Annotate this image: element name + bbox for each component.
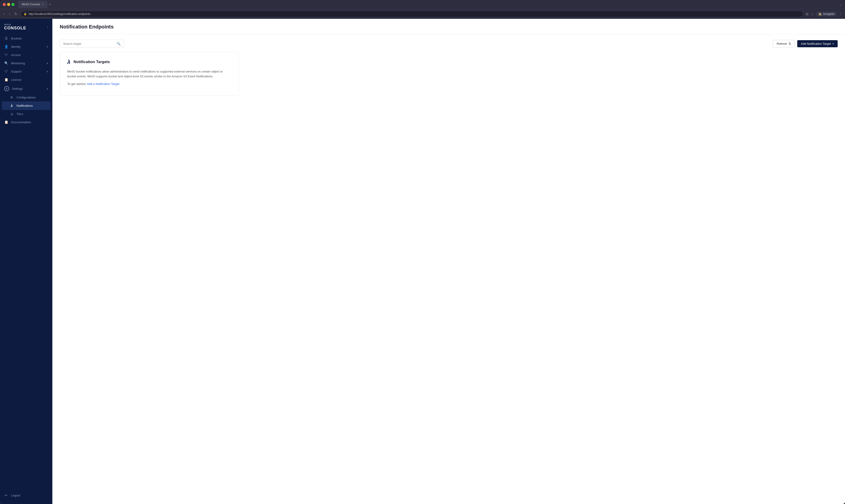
- add-notification-target-button[interactable]: Add Notification Target +: [797, 40, 838, 47]
- notifications-icon: λ: [10, 104, 14, 108]
- maximize-button[interactable]: [12, 3, 15, 6]
- add-label: Add Notification Target: [801, 42, 831, 46]
- new-tab-button[interactable]: +: [49, 2, 51, 6]
- sidebar-header: MINIO CONSOLE ‹: [0, 19, 52, 34]
- sidebar-item-configurations[interactable]: ⚙ Configurations: [0, 93, 52, 102]
- chevron-up-icon-monitoring: ∧: [47, 62, 48, 65]
- documentation-icon: 📋: [4, 120, 8, 124]
- sidebar-item-label-monitoring: Monitoring: [11, 61, 25, 65]
- tiers-icon: ◎: [10, 112, 14, 116]
- sidebar-item-label-buckets: Buckets: [11, 37, 22, 40]
- sidebar-item-buckets[interactable]: ☰ Buckets: [0, 34, 52, 42]
- browser-titlebar: MinIO Console ✕ + ⌄: [0, 0, 845, 9]
- info-card-header: λ Notification Targets: [67, 59, 231, 65]
- configurations-icon: ⚙: [10, 96, 14, 99]
- chevron-up-icon-support: ∧: [47, 70, 48, 73]
- access-icon: 🛡: [4, 53, 8, 57]
- action-buttons: Refresh ⇅ Add Notification Target +: [773, 40, 838, 48]
- collapse-sidebar-button[interactable]: ‹: [47, 25, 48, 29]
- chevron-up-icon: ∧: [47, 45, 48, 48]
- window-controls: ⌄: [840, 2, 842, 6]
- traffic-lights: [3, 3, 15, 6]
- browser-window: MinIO Console ✕ + ⌄ ‹ › ↻ 🔒 http://local…: [0, 0, 845, 504]
- grid-icon[interactable]: ⊞: [806, 12, 809, 16]
- refresh-icon: ⇅: [789, 42, 791, 46]
- info-prefix: To get started,: [67, 82, 86, 86]
- sidebar-item-identity[interactable]: 👤 Identity ∧: [0, 42, 52, 51]
- info-card-text-1: MinIO bucket notifications allow adminis…: [67, 69, 231, 79]
- page-header: Notification Endpoints: [52, 19, 845, 34]
- license-icon: 📋: [4, 78, 8, 82]
- minimize-button[interactable]: [7, 3, 10, 6]
- notification-targets-card: λ Notification Targets MinIO bucket noti…: [60, 52, 239, 96]
- sidebar-item-monitoring[interactable]: 🔍 Monitoring ∧: [0, 59, 52, 67]
- logo-console: CONSOLE: [4, 26, 26, 31]
- back-button[interactable]: ‹: [3, 11, 6, 17]
- page-title: Notification Endpoints: [60, 24, 838, 30]
- plus-icon: +: [832, 42, 834, 46]
- sidebar-item-label-support: Support: [11, 70, 22, 73]
- toolbar-row: 🔍 Refresh ⇅ Add Notification Target +: [60, 40, 838, 48]
- info-card-body: MinIO bucket notifications allow adminis…: [67, 69, 231, 86]
- sidebar-item-label-tiers: Tiers: [17, 112, 23, 116]
- lambda-icon: λ: [67, 59, 70, 65]
- sidebar-item-support[interactable]: 🛡 Support ∧: [0, 67, 52, 75]
- content-area: 🔍 Refresh ⇅ Add Notification Target +: [52, 34, 845, 504]
- search-icon: 🔍: [117, 42, 121, 46]
- info-card-text-2: To get started, Add a Notification Targe…: [67, 82, 231, 87]
- info-suffix: .: [119, 82, 120, 86]
- logo: MINIO CONSOLE: [4, 23, 26, 31]
- toolbar-right: ⊞ ☆ 🕵 Incognito ⋮: [806, 12, 842, 16]
- sidebar-item-access[interactable]: 🛡 Access: [0, 51, 52, 59]
- sidebar-nav: ☰ Buckets 👤 Identity ∧ 🛡 Access 🔍 Mo: [0, 34, 52, 263]
- refresh-button[interactable]: Refresh ⇅: [773, 40, 795, 48]
- sidebar-item-label-identity: Identity: [11, 45, 21, 49]
- sidebar-item-label-configurations: Configurations: [17, 96, 36, 99]
- sidebar-item-notifications[interactable]: λ Notifications: [2, 102, 51, 110]
- buckets-icon: ☰: [4, 36, 8, 40]
- search-input[interactable]: [63, 42, 115, 46]
- sidebar-item-label-logout: Logout: [11, 494, 20, 497]
- main-content: Notification Endpoints 🔍 Refresh ⇅ A: [52, 19, 845, 504]
- monitoring-icon: 🔍: [4, 61, 8, 65]
- browser-toolbar: ‹ › ↻ 🔒 http://localhost:9001/settings/n…: [0, 9, 845, 19]
- url-display: http://localhost:9001/settings/notificat…: [29, 12, 801, 16]
- lock-icon: 🔒: [24, 12, 27, 15]
- menu-icon[interactable]: ⋮: [839, 12, 842, 16]
- forward-button[interactable]: ›: [8, 11, 11, 17]
- sidebar-item-label-settings: Settings: [12, 87, 23, 90]
- sidebar: MINIO CONSOLE ‹ ☰ Buckets 👤 Identity ∧: [0, 19, 52, 504]
- sidebar-item-tiers[interactable]: ◎ Tiers: [0, 110, 52, 118]
- sidebar-item-documentation[interactable]: 📋 Documentation: [0, 118, 52, 126]
- support-icon: 🛡: [4, 70, 8, 73]
- info-card-title: Notification Targets: [73, 60, 110, 64]
- browser-tabs: MinIO Console ✕ +: [18, 1, 838, 8]
- sidebar-item-logout[interactable]: ↩ Logout: [0, 491, 52, 499]
- settings-icon: ⚙: [4, 86, 9, 91]
- tab-close-button[interactable]: ✕: [42, 3, 44, 6]
- sidebar-item-label-access: Access: [11, 53, 21, 57]
- sidebar-item-label-notifications: Notifications: [17, 104, 33, 107]
- active-tab[interactable]: MinIO Console ✕: [18, 1, 48, 8]
- logo-mini: MINIO: [4, 23, 26, 26]
- add-notification-target-link[interactable]: Add a Notification Target: [87, 82, 119, 86]
- incognito-icon: 🕵: [818, 12, 822, 16]
- app-container: MINIO CONSOLE ‹ ☰ Buckets 👤 Identity ∧: [0, 19, 845, 504]
- logout-icon: ↩: [4, 493, 8, 497]
- sidebar-item-license[interactable]: 📋 License: [0, 75, 52, 84]
- close-button[interactable]: [3, 3, 6, 6]
- sidebar-item-label-license: License: [11, 78, 21, 82]
- tab-title: MinIO Console: [22, 3, 40, 6]
- address-bar[interactable]: 🔒 http://localhost:9001/settings/notific…: [21, 11, 804, 17]
- sidebar-item-label-documentation: Documentation: [11, 121, 31, 124]
- refresh-label: Refresh: [777, 42, 787, 46]
- sidebar-item-settings[interactable]: ⚙ Settings ∧: [0, 84, 52, 93]
- incognito-label: Incognito: [823, 12, 834, 16]
- chevron-up-icon-settings: ∧: [47, 87, 48, 90]
- incognito-badge: 🕵 Incognito: [816, 12, 837, 16]
- search-box[interactable]: 🔍: [60, 40, 124, 48]
- identity-icon: 👤: [4, 45, 8, 49]
- reload-button[interactable]: ↻: [14, 11, 18, 17]
- star-icon[interactable]: ☆: [811, 12, 814, 16]
